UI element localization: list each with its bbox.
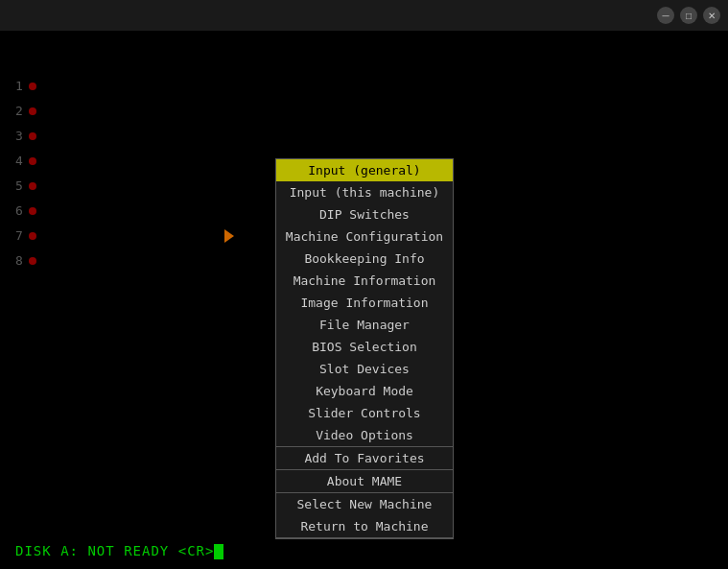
indicator-label-6: 6 <box>15 203 23 218</box>
indicator-7: 7 <box>15 228 36 243</box>
menu-item-return-machine[interactable]: Return to Machine <box>276 515 453 537</box>
indicator-dot-2 <box>29 107 36 115</box>
menu-item-bookkeeping[interactable]: Bookkeeping Info <box>276 248 453 270</box>
menu-item-about-mame[interactable]: About MAME <box>276 470 453 492</box>
mouse-cursor <box>224 229 234 243</box>
indicator-dot-6 <box>29 207 36 215</box>
menu-item-slider-controls[interactable]: Slider Controls <box>276 402 453 424</box>
indicator-label-5: 5 <box>15 178 23 193</box>
indicator-dot-8 <box>29 257 36 265</box>
indicator-dot-4 <box>29 157 36 165</box>
menu-popup: Input (general) Input (this machine) DIP… <box>275 158 454 539</box>
menu-item-input-general[interactable]: Input (general) <box>276 159 453 181</box>
title-bar: ─ □ ✕ <box>0 0 728 31</box>
menu-item-image-info[interactable]: Image Information <box>276 292 453 314</box>
indicator-dot-5 <box>29 182 36 190</box>
menu-item-select-machine[interactable]: Select New Machine <box>276 493 453 515</box>
menu-item-slot-devices[interactable]: Slot Devices <box>276 358 453 380</box>
menu-item-video-options[interactable]: Video Options <box>276 424 453 446</box>
menu-section-about: About MAME <box>276 470 453 493</box>
status-text: DISK A: NOT READY <CR> <box>15 543 214 558</box>
indicator-4: 4 <box>15 154 36 168</box>
menu-item-keyboard-mode[interactable]: Keyboard Mode <box>276 380 453 402</box>
menu-item-input-machine[interactable]: Input (this machine) <box>276 181 453 203</box>
indicator-label-4: 4 <box>15 154 23 168</box>
menu-item-bios-selection[interactable]: BIOS Selection <box>276 336 453 358</box>
indicator-dot-3 <box>29 132 36 140</box>
menu-section-main: Input (general) Input (this machine) DIP… <box>276 159 453 447</box>
menu-section-favorites: Add To Favorites <box>276 447 453 470</box>
close-button[interactable]: ✕ <box>703 7 720 24</box>
indicator-label-1: 1 <box>15 79 23 93</box>
indicator-3: 3 <box>15 129 36 143</box>
indicators-list: 1 2 3 4 5 6 7 8 <box>15 79 36 268</box>
cursor-block <box>214 544 223 559</box>
indicator-dot-1 <box>29 83 36 90</box>
indicator-label-8: 8 <box>15 253 23 268</box>
indicator-2: 2 <box>15 104 36 118</box>
indicator-1: 1 <box>15 79 36 93</box>
main-area: 1 2 3 4 5 6 7 8 <box>0 31 728 569</box>
indicator-label-3: 3 <box>15 129 23 143</box>
menu-item-machine-info[interactable]: Machine Information <box>276 270 453 292</box>
maximize-button[interactable]: □ <box>680 7 697 24</box>
menu-item-dip-switches[interactable]: DIP Switches <box>276 203 453 225</box>
status-bar: DISK A: NOT READY <CR> <box>15 543 223 559</box>
menu-item-machine-config[interactable]: Machine Configuration <box>276 225 453 248</box>
menu-item-add-favorites[interactable]: Add To Favorites <box>276 447 453 469</box>
indicator-8: 8 <box>15 253 36 268</box>
indicator-dot-7 <box>29 232 36 240</box>
indicator-6: 6 <box>15 203 36 218</box>
menu-section-navigation: Select New Machine Return to Machine <box>276 493 453 538</box>
menu-item-file-manager[interactable]: File Manager <box>276 314 453 336</box>
indicator-label-2: 2 <box>15 104 23 118</box>
indicator-5: 5 <box>15 178 36 193</box>
minimize-button[interactable]: ─ <box>657 7 674 24</box>
indicator-label-7: 7 <box>15 228 23 243</box>
